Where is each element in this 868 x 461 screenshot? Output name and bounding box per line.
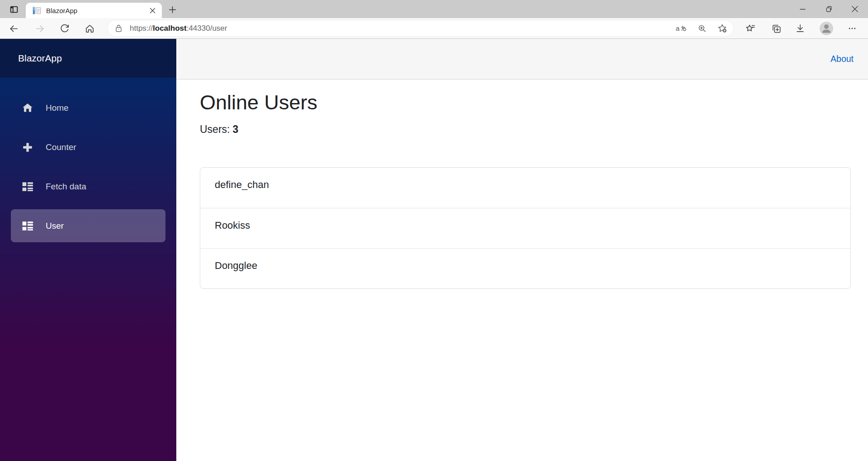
tab-actions-icon — [9, 5, 19, 14]
new-tab-icon — [169, 6, 176, 14]
user-list-item: Dongglee — [200, 248, 850, 288]
main-content: Online Users Users:3 define_chan Rookiss… — [176, 80, 868, 461]
translate-icon: a — [676, 24, 679, 32]
sidebar-nav: Home Counter Fetch data — [0, 78, 176, 242]
sidebar-item-label: Home — [46, 103, 69, 113]
users-label: Users: — [200, 123, 230, 135]
refresh-button[interactable] — [57, 21, 72, 36]
url-scheme: https:// — [130, 24, 153, 33]
back-button[interactable] — [6, 21, 21, 36]
restore-button[interactable] — [816, 0, 842, 18]
top-row: About — [176, 39, 868, 80]
app-page: BlazorApp Home Counter — [0, 39, 868, 461]
plus-icon — [22, 141, 33, 153]
favicon — [32, 6, 42, 15]
more-button[interactable] — [844, 21, 860, 36]
sidebar: BlazorApp Home Counter — [0, 39, 176, 461]
home-icon — [22, 102, 33, 114]
sidebar-item-label: Counter — [46, 142, 76, 152]
url-path: :44330/user — [187, 24, 227, 33]
brand-link[interactable]: BlazorApp — [18, 53, 62, 64]
sidebar-body: Home Counter Fetch data — [0, 78, 176, 461]
collections-button[interactable] — [769, 21, 784, 36]
more-icon — [848, 24, 857, 33]
browser-tab[interactable]: BlazorApp — [26, 3, 162, 18]
refresh-icon — [60, 24, 70, 33]
tab-title: BlazorApp — [46, 7, 144, 14]
page-title: Online Users — [200, 91, 851, 114]
about-link[interactable]: About — [830, 54, 854, 64]
home-icon — [85, 24, 95, 34]
downloads-icon — [795, 24, 805, 33]
user-name: define_chan — [215, 179, 269, 190]
downloads-button[interactable] — [793, 21, 808, 36]
user-list-item: Rookiss — [200, 208, 850, 248]
sidebar-item-fetch-data[interactable]: Fetch data — [11, 170, 165, 203]
sidebar-item-counter[interactable]: Counter — [11, 131, 165, 164]
profile-avatar-icon — [820, 22, 833, 35]
window-close-button[interactable] — [842, 0, 868, 18]
sidebar-brand-row: BlazorApp — [0, 39, 176, 78]
user-name: Rookiss — [215, 220, 250, 231]
zoom-in-icon — [698, 24, 707, 33]
url-host: localhost — [153, 24, 187, 33]
home-button[interactable] — [82, 21, 97, 36]
sidebar-item-label: User — [46, 221, 64, 231]
profile-button[interactable] — [819, 21, 834, 36]
user-list-item: define_chan — [200, 168, 850, 208]
add-favorite-button[interactable] — [717, 22, 727, 35]
sidebar-item-user[interactable]: User — [11, 209, 165, 242]
favorites-button[interactable] — [743, 21, 758, 36]
restore-icon — [826, 6, 832, 13]
minimize-button[interactable] — [789, 0, 816, 18]
users-count-line: Users:3 — [200, 123, 851, 136]
zoom-in-button[interactable] — [698, 22, 707, 35]
window-controls — [789, 0, 868, 18]
tab-close-button[interactable] — [147, 5, 157, 15]
window-close-icon — [852, 6, 858, 12]
url-text: https://localhost:44330/user — [130, 24, 227, 33]
lock-icon — [115, 24, 123, 33]
browser-window: BlazorApp — [0, 0, 868, 461]
minimize-icon — [800, 6, 806, 12]
close-icon — [150, 8, 156, 14]
sidebar-item-home[interactable]: Home — [11, 91, 165, 124]
tab-strip: BlazorApp — [0, 0, 868, 18]
online-users-list: define_chan Rookiss Dongglee — [200, 167, 851, 289]
list-rich-icon — [22, 220, 33, 232]
forward-button[interactable] — [32, 21, 47, 36]
list-rich-icon — [22, 181, 33, 193]
user-name: Dongglee — [215, 260, 257, 271]
forward-icon — [35, 24, 45, 34]
sidebar-item-label: Fetch data — [46, 182, 86, 192]
browser-toolbar: https://localhost:44330/user a — [0, 18, 868, 39]
users-count: 3 — [232, 123, 238, 135]
address-bar[interactable]: https://localhost:44330/user a — [107, 20, 734, 37]
favorites-icon — [745, 23, 756, 34]
tab-actions-button[interactable] — [5, 3, 23, 16]
new-tab-button[interactable] — [165, 4, 179, 15]
translate-button[interactable]: a — [676, 22, 687, 35]
back-icon — [9, 24, 19, 34]
collections-icon — [771, 24, 782, 34]
add-favorite-icon — [717, 24, 727, 33]
